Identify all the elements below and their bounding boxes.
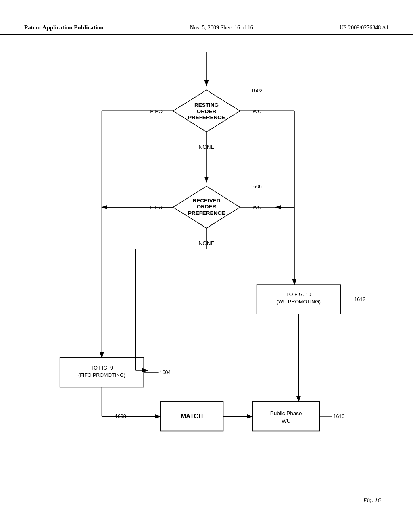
publication-title: Patent Application Publication (24, 24, 104, 31)
label-match: MATCH (181, 413, 203, 420)
label-public1: Public Phase (270, 410, 302, 416)
page-header: Patent Application Publication Nov. 5, 2… (0, 24, 413, 35)
label-resting: RESTING (194, 102, 219, 108)
publication-date-sheet: Nov. 5, 2009 Sheet 16 of 16 (190, 25, 253, 31)
label-received: RECEIVED (193, 197, 221, 204)
ref-1610: 1610 (334, 414, 345, 419)
flowchart-diagram: RESTING ORDER PREFERENCE —1602 FIFO WU N… (0, 52, 413, 492)
diagram-svg: RESTING ORDER PREFERENCE —1602 FIFO WU N… (0, 52, 413, 492)
label-order2: ORDER (197, 204, 217, 210)
ref-1602: —1602 (246, 88, 263, 94)
figure-label: Fig. 16 (363, 497, 381, 504)
label-fig9-1: TO FIG. 9 (91, 365, 113, 371)
box-1610 (252, 402, 319, 431)
label-pref2: PREFERENCE (188, 210, 225, 216)
label-order1: ORDER (197, 108, 217, 114)
ref-1606: — 1606 (244, 184, 262, 189)
label-fig10-2: (WU PROMOTING) (277, 299, 321, 305)
label-public2: WU (282, 418, 290, 424)
ref-1604: 1604 (160, 370, 171, 375)
label-fig10-1: TO FIG. 10 (286, 292, 311, 297)
label-pref1: PREFERENCE (188, 114, 225, 121)
ref-1608: 1608— (115, 414, 131, 419)
publication-number: US 2009/0276348 A1 (340, 25, 389, 31)
label-fig9-2: (FIFO PROMOTING) (78, 372, 125, 378)
ref-1612: 1612 (354, 297, 365, 302)
